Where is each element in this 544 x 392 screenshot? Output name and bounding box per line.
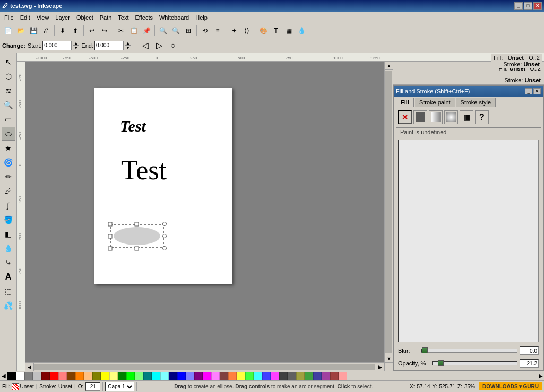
end-spin-up[interactable]: ▲ <box>125 41 131 46</box>
color-swatch[interactable] <box>118 372 126 380</box>
undo-button[interactable]: ↩ <box>86 25 98 37</box>
vertical-scrollbar[interactable]: ▲ ▼ <box>384 62 393 362</box>
close-button[interactable]: ✕ <box>533 2 542 10</box>
menu-view[interactable]: View <box>33 13 53 22</box>
paint-none-button[interactable]: ✕ <box>398 110 412 124</box>
menu-text[interactable]: Text <box>115 13 132 22</box>
pencil-tool[interactable]: ✏ <box>2 170 15 184</box>
copy-button[interactable]: 📋 <box>128 25 140 37</box>
scroll-left-button[interactable]: ◀ <box>25 363 34 371</box>
color-swatch[interactable] <box>41 372 50 380</box>
open-button[interactable]: 📂 <box>15 25 27 37</box>
gradient-button[interactable]: ▦ <box>283 25 295 37</box>
start-input[interactable] <box>42 41 72 50</box>
menu-path[interactable]: Path <box>97 13 115 22</box>
node-tool[interactable]: ⬡ <box>2 69 15 83</box>
color-swatch[interactable] <box>58 372 67 380</box>
tab-fill[interactable]: Fill <box>396 98 414 107</box>
scroll-right-button[interactable]: ▶ <box>376 363 384 371</box>
color-swatch[interactable] <box>254 372 262 380</box>
zoom-out-button[interactable]: 🔍 <box>170 25 182 37</box>
color-swatch[interactable] <box>220 372 228 380</box>
paste-button[interactable]: 📌 <box>141 25 152 37</box>
horizontal-scrollbar[interactable]: ◀ ▶ <box>25 362 384 371</box>
redo-button[interactable]: ↪ <box>99 25 110 37</box>
xml-button[interactable]: ⟨⟩ <box>241 25 253 37</box>
text-panel-button[interactable]: T <box>270 25 282 37</box>
color-swatch[interactable] <box>109 372 118 380</box>
print-button[interactable]: 🖨 <box>40 25 52 37</box>
color-swatch[interactable] <box>92 372 101 380</box>
menu-edit[interactable]: Edit <box>17 13 33 22</box>
color-swatch[interactable] <box>203 372 211 380</box>
end-input[interactable] <box>94 41 124 50</box>
text-tool[interactable]: A <box>2 270 15 284</box>
color-swatch[interactable] <box>135 372 143 380</box>
horizontal-scroll-thumb[interactable] <box>34 364 375 370</box>
color-swatch[interactable] <box>237 372 245 380</box>
select-tool[interactable]: ↖ <box>2 55 15 69</box>
ellipse-selection[interactable] <box>109 223 168 254</box>
color-swatch[interactable] <box>33 372 41 380</box>
cut-button[interactable]: ✂ <box>115 25 127 37</box>
color-swatch[interactable] <box>262 372 271 380</box>
color-swatch[interactable] <box>313 372 322 380</box>
color-swatch[interactable] <box>279 372 288 380</box>
export-button[interactable]: ⬆ <box>70 25 81 37</box>
zoom-fit-button[interactable]: ⊞ <box>183 25 194 37</box>
color-swatch[interactable] <box>67 372 75 380</box>
color-swatch[interactable] <box>84 372 92 380</box>
rect-tool[interactable]: ▭ <box>2 112 15 126</box>
paint-flat-button[interactable] <box>413 110 427 124</box>
spiral-tool[interactable]: 🌀 <box>2 155 15 169</box>
blur-slider-thumb[interactable] <box>422 347 428 353</box>
star-tool[interactable]: ★ <box>2 141 15 155</box>
color-swatch[interactable] <box>228 372 237 380</box>
color-swatch[interactable] <box>169 372 177 380</box>
path-btn-2[interactable]: ▷ <box>153 40 165 51</box>
path-btn-1[interactable]: ◁ <box>140 40 151 51</box>
gradient-tool[interactable]: ◧ <box>2 227 15 241</box>
paint-radial-button[interactable] <box>444 110 458 124</box>
color-swatch[interactable] <box>305 372 313 380</box>
end-spin-down[interactable]: ▼ <box>125 46 131 50</box>
ellipse-tool active[interactable]: ⬭ <box>2 127 15 141</box>
color-swatch[interactable] <box>152 372 160 380</box>
calligraphy-tool[interactable]: ∫ <box>2 198 15 212</box>
canvas-background[interactable]: Test Test <box>25 62 393 371</box>
color-swatch[interactable] <box>160 372 169 380</box>
tab-stroke-style[interactable]: Stroke style <box>456 98 496 107</box>
3d-box-tool[interactable]: ⬚ <box>2 284 15 298</box>
color-swatch[interactable] <box>186 372 194 380</box>
transform-button[interactable]: ⟲ <box>199 25 211 37</box>
layer-select[interactable]: Capa 1 <box>105 382 134 391</box>
vertical-scroll-thumb[interactable] <box>385 71 392 353</box>
color-swatch[interactable] <box>177 372 186 380</box>
zoom-in-button[interactable]: 🔍 <box>157 25 169 37</box>
menu-whiteboard[interactable]: Whiteboard <box>156 13 192 22</box>
scroll-down-button[interactable]: ▼ <box>385 354 393 362</box>
color-swatch[interactable] <box>339 372 347 380</box>
color-swatch[interactable] <box>101 372 109 380</box>
color-swatch[interactable] <box>245 372 254 380</box>
color-swatch[interactable] <box>126 372 135 380</box>
color-swatch[interactable] <box>322 372 330 380</box>
maximize-button[interactable]: □ <box>524 2 532 10</box>
color-swatch[interactable] <box>24 372 33 380</box>
opacity-slider[interactable] <box>432 361 517 365</box>
color-swatch[interactable] <box>288 372 296 380</box>
spray-tool[interactable]: 💦 <box>2 299 15 312</box>
color-swatch[interactable] <box>194 372 203 380</box>
scroll-up-button[interactable]: ▲ <box>385 62 393 70</box>
palette-scroll-right[interactable]: ▶ <box>537 371 544 381</box>
dropper-button[interactable]: 💧 <box>296 25 307 37</box>
color-swatch[interactable] <box>271 372 279 380</box>
color-swatch[interactable] <box>16 372 24 380</box>
palette-scroll-left[interactable]: ◀ <box>0 371 7 381</box>
paint-pattern-button[interactable]: ▦ <box>460 110 473 124</box>
bucket-tool[interactable]: 🪣 <box>2 213 15 227</box>
new-button[interactable]: 📄 <box>2 25 14 37</box>
minimize-button[interactable]: _ <box>514 2 523 10</box>
menu-layer[interactable]: Layer <box>52 13 73 22</box>
tab-stroke-paint[interactable]: Stroke paint <box>415 98 455 107</box>
